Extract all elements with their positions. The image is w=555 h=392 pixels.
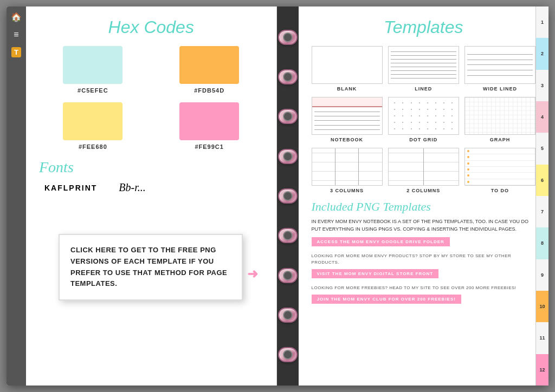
- ring-2: [278, 69, 298, 84]
- ring-6: [278, 228, 298, 243]
- tab-8[interactable]: 8: [535, 227, 548, 259]
- ring-9: [278, 347, 298, 362]
- hex-codes-title: Hex Codes: [39, 17, 263, 37]
- store-text: LOOKING FOR MORE MOM ENVY PRODUCTS? STOP…: [312, 253, 536, 266]
- template-three-columns: 3 COLUMNS: [312, 148, 383, 193]
- template-preview-graph: [464, 97, 535, 135]
- template-label-wide-lined: WIDE LINED: [483, 86, 517, 92]
- color-swatch-1: [63, 46, 122, 84]
- main-content: Hex Codes #C5EFEC #FDB54D #FEE680 #FE99C…: [26, 6, 548, 386]
- template-label-three-columns: 3 COLUMNS: [330, 188, 364, 193]
- hex-item-4: #FE99C1: [156, 102, 263, 150]
- tab-7[interactable]: 7: [535, 196, 548, 227]
- hex-item-3: #FEE680: [39, 102, 147, 150]
- tab-2[interactable]: 2: [535, 38, 548, 69]
- popup[interactable]: CLICK HERE TO GET TO THE FREE PNG VERSIO…: [59, 234, 243, 300]
- font-samples: KAFLPRINT Bb-r...: [39, 181, 263, 194]
- template-preview-blank: [312, 46, 383, 84]
- color-swatch-3: [63, 102, 122, 140]
- tab-1[interactable]: 1: [535, 6, 548, 38]
- template-two-columns: 2 COLUMNS: [388, 148, 459, 193]
- freebies-text: LOOKING FOR MORE FREEBIES? HEAD TO MY SI…: [312, 285, 536, 291]
- tab-12[interactable]: 12: [535, 354, 548, 386]
- template-label-two-columns: 2 COLUMNS: [406, 188, 440, 193]
- color-swatch-4: [179, 102, 239, 140]
- color-swatch-2: [179, 46, 239, 84]
- ring-1: [278, 30, 298, 45]
- template-preview-three-columns: [312, 148, 383, 186]
- included-section: Included PNG Templates IN EVERY MOM ENVY…: [312, 200, 536, 304]
- font-kafl: KAFLPRINT: [44, 184, 97, 192]
- tab-9[interactable]: 9: [535, 259, 548, 291]
- right-page: Templates BLANK LINED: [299, 6, 549, 386]
- included-title: Included PNG Templates: [312, 200, 536, 214]
- hex-item-2: #FDB54D: [156, 46, 263, 94]
- hex-label-1: #C5EFEC: [78, 87, 108, 94]
- hex-label-4: #FE99C1: [195, 143, 223, 150]
- tab-3[interactable]: 3: [535, 70, 548, 101]
- template-preview-notebook: [312, 97, 383, 135]
- left-sidebar: 🏠 ≡ T: [7, 6, 26, 386]
- tab-6[interactable]: 6: [535, 165, 548, 196]
- template-label-blank: BLANK: [337, 86, 357, 92]
- template-lined: LINED: [388, 46, 459, 92]
- template-preview-lined: [388, 46, 459, 84]
- store-button[interactable]: VISIT THE MOM ENVY DIGITAL STORE FRONT: [312, 269, 439, 278]
- hex-item-1: #C5EFEC: [39, 46, 147, 94]
- hex-label-2: #FDB54D: [194, 87, 224, 94]
- template-graph: GRAPH: [464, 97, 535, 142]
- template-label-notebook: NOTEBOOK: [331, 137, 363, 142]
- font-bb: Bb-r...: [119, 181, 145, 194]
- included-text: IN EVERY MOM ENVY NOTEBOOK IS A SET OF T…: [312, 218, 536, 233]
- template-label-to-do: TO DO: [491, 188, 509, 193]
- template-preview-two-columns: [388, 148, 459, 186]
- right-tabs: 1 2 3 4 5 6 7 8 9 10 11 12: [535, 6, 548, 386]
- ring-5: [278, 188, 298, 204]
- spine: [277, 6, 299, 386]
- menu-icon[interactable]: ≡: [14, 30, 18, 40]
- template-notebook: NOTEBOOK: [312, 97, 383, 142]
- ring-4: [278, 149, 298, 164]
- templates-title: Templates: [312, 17, 536, 37]
- template-label-dot-grid: DOT GRID: [409, 137, 437, 142]
- template-preview-wide-lined: [464, 46, 535, 84]
- left-page: Hex Codes #C5EFEC #FDB54D #FEE680 #FE99C…: [26, 6, 277, 386]
- template-blank: BLANK: [312, 46, 383, 92]
- hex-label-3: #FEE680: [79, 143, 107, 150]
- notebook: 🏠 ≡ T Hex Codes #C5EFEC #FDB54D #FEE680: [7, 6, 548, 386]
- tab-10[interactable]: 10: [535, 291, 548, 322]
- popup-arrow-icon: ➜: [247, 263, 259, 284]
- tab-5[interactable]: 5: [535, 133, 548, 164]
- home-icon[interactable]: 🏠: [11, 12, 22, 22]
- template-label-lined: LINED: [415, 86, 432, 92]
- graph-svg: [465, 97, 535, 134]
- template-wide-lined: WIDE LINED: [464, 46, 535, 92]
- ring-3: [278, 109, 298, 124]
- tab-11[interactable]: 11: [535, 322, 548, 354]
- template-preview-to-do: [464, 148, 535, 186]
- ring-7: [278, 268, 298, 283]
- tab-4[interactable]: 4: [535, 101, 548, 133]
- template-label-graph: GRAPH: [490, 137, 511, 142]
- template-to-do: TO DO: [464, 148, 535, 193]
- text-icon[interactable]: T: [11, 47, 21, 57]
- fonts-title: Fonts: [39, 159, 263, 176]
- template-preview-dot-grid: [388, 97, 459, 135]
- template-dot-grid: DOT GRID: [388, 97, 459, 142]
- hex-grid: #C5EFEC #FDB54D #FEE680 #FE99C1: [39, 46, 263, 150]
- freebies-button[interactable]: JOIN THE MOM ENVY CLUB FOR OVER 200 FREE…: [312, 295, 461, 304]
- templates-grid: BLANK LINED: [312, 46, 536, 193]
- google-drive-button[interactable]: ACCESS THE MOM ENVY GOOGLE DRIVE FOLDER: [312, 237, 450, 246]
- ring-8: [278, 308, 298, 323]
- popup-text: CLICK HERE TO GET TO THE FREE PNG VERSIO…: [70, 246, 227, 288]
- svg-rect-0: [465, 97, 535, 134]
